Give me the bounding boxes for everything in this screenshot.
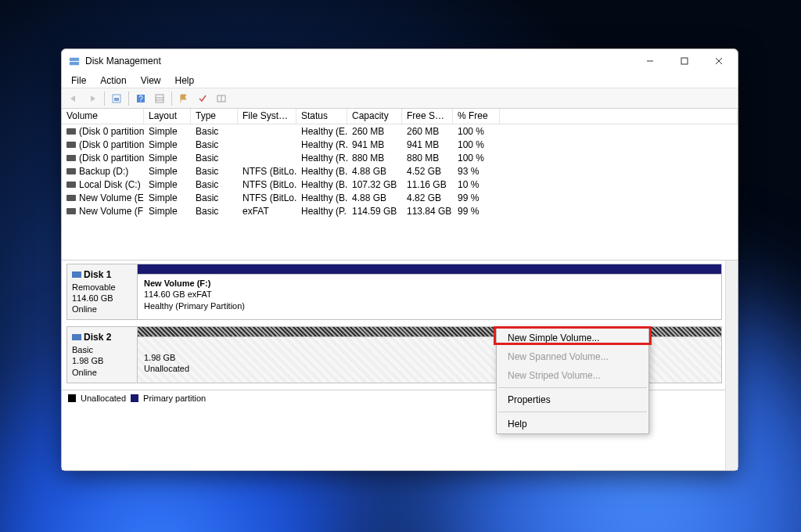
help-icon[interactable]: ?: [132, 91, 149, 106]
cell-filesystem: NTFS (BitLo...: [238, 192, 296, 203]
cell-capacity: 941 MB: [347, 139, 402, 150]
cell-layout: Simple: [144, 166, 191, 177]
cell-free: 113.84 GB: [402, 206, 453, 217]
col-pctfree[interactable]: % Free: [453, 109, 500, 124]
ctx-properties[interactable]: Properties: [497, 390, 648, 409]
cell-layout: Simple: [144, 153, 191, 164]
legend-swatch-primary: [131, 394, 138, 402]
volume-row[interactable]: New Volume (F:)SimpleBasicexFATHealthy (…: [62, 204, 738, 217]
ctx-new-simple-volume[interactable]: New Simple Volume...: [497, 329, 648, 347]
disk-icon: [72, 271, 81, 278]
cell-pctfree: 100 %: [453, 153, 500, 164]
cell-volume: Backup (D:): [62, 166, 144, 177]
menu-view[interactable]: View: [135, 74, 167, 88]
toolbar-separator: [171, 92, 172, 106]
cell-pctfree: 100 %: [453, 139, 500, 150]
volume-row[interactable]: (Disk 0 partition 1)SimpleBasicHealthy (…: [62, 124, 738, 138]
cell-layout: Simple: [144, 192, 191, 203]
col-status[interactable]: Status: [296, 109, 347, 124]
legend-swatch-unallocated: [68, 394, 76, 402]
cell-type: Basic: [191, 153, 238, 164]
cell-free: 941 MB: [402, 139, 453, 150]
disk-icon: [66, 208, 76, 214]
cell-layout: Simple: [144, 126, 191, 137]
ctx-new-striped-volume: New Striped Volume...: [497, 366, 648, 385]
cell-pctfree: 99 %: [453, 206, 500, 217]
cell-free: 11.16 GB: [402, 179, 453, 190]
cell-volume: New Volume (E:): [62, 192, 144, 203]
cell-pctfree: 99 %: [453, 192, 500, 203]
menu-file[interactable]: File: [65, 74, 92, 88]
cell-type: Basic: [191, 179, 238, 190]
cell-filesystem: NTFS (BitLo...: [238, 166, 296, 177]
app-icon: [68, 55, 81, 67]
disk-info[interactable]: Disk 1Removable114.60 GBOnline: [67, 264, 138, 319]
cell-free: 880 MB: [402, 153, 453, 164]
volume-list: Volume Layout Type File System Status Ca…: [62, 109, 738, 261]
volume-row[interactable]: Backup (D:)SimpleBasicNTFS (BitLo...Heal…: [62, 164, 738, 178]
cell-volume: Local Disk (C:): [62, 179, 144, 190]
cell-status: Healthy (B...: [296, 179, 347, 190]
cell-capacity: 114.59 GB: [347, 206, 402, 217]
cell-capacity: 4.88 GB: [347, 192, 402, 203]
volume-row[interactable]: Local Disk (C:)SimpleBasicNTFS (BitLo...…: [62, 178, 738, 191]
flag-icon[interactable]: [175, 91, 192, 106]
cell-type: Basic: [191, 166, 238, 177]
cell-filesystem: NTFS (BitLo...: [238, 179, 296, 190]
ctx-separator: [498, 412, 647, 412]
volume-bar: [138, 264, 721, 274]
cell-capacity: 880 MB: [347, 153, 402, 164]
cell-capacity: 4.88 GB: [347, 166, 402, 177]
menu-action[interactable]: Action: [94, 74, 132, 88]
legend-unallocated: Unallocated: [81, 394, 126, 403]
cell-status: Healthy (R...: [296, 139, 347, 150]
split-icon[interactable]: [213, 91, 230, 106]
cell-type: Basic: [191, 126, 238, 137]
volume-row[interactable]: (Disk 0 partition 4)SimpleBasicHealthy (…: [62, 138, 738, 151]
content-area: Volume Layout Type File System Status Ca…: [62, 109, 738, 470]
ctx-help[interactable]: Help: [497, 415, 648, 433]
disk-row: Disk 1Removable114.60 GBOnlineNew Volume…: [66, 264, 722, 320]
col-free[interactable]: Free Sp...: [402, 109, 453, 124]
nav-forward-button[interactable]: [84, 91, 101, 106]
disk-icon: [66, 182, 76, 188]
minimize-button[interactable]: [633, 49, 667, 73]
cell-capacity: 107.32 GB: [347, 179, 402, 190]
cell-volume: (Disk 0 partition 4): [62, 139, 144, 150]
disk-icon: [66, 168, 76, 174]
close-button[interactable]: [702, 49, 736, 73]
list-icon[interactable]: [151, 91, 168, 106]
legend-primary: Primary partition: [143, 394, 206, 403]
volume-row[interactable]: New Volume (E:)SimpleBasicNTFS (BitLo...…: [62, 191, 738, 204]
cell-free: 4.52 GB: [402, 166, 453, 177]
volume-list-header: Volume Layout Type File System Status Ca…: [62, 109, 738, 124]
window-title: Disk Management: [85, 56, 633, 66]
ctx-new-spanned-volume: New Spanned Volume...: [497, 347, 648, 366]
disk-info[interactable]: Disk 2Basic1.98 GBOnline: [67, 327, 138, 382]
cell-pctfree: 10 %: [453, 179, 500, 190]
col-capacity[interactable]: Capacity: [347, 109, 402, 124]
cell-volume: (Disk 0 partition 8): [62, 153, 144, 164]
svg-rect-7: [114, 98, 119, 101]
disk-icon: [66, 155, 76, 161]
toolbar: ?: [62, 88, 738, 109]
disk-management-window: Disk Management File Action View Help ? …: [61, 49, 738, 471]
volume-row[interactable]: (Disk 0 partition 8)SimpleBasicHealthy (…: [62, 151, 738, 164]
toolbar-separator: [128, 92, 129, 106]
col-type[interactable]: Type: [191, 109, 238, 124]
maximize-button[interactable]: [667, 49, 702, 73]
settings-button[interactable]: [108, 91, 125, 106]
toolbar-separator: [104, 92, 105, 106]
menu-help[interactable]: Help: [169, 74, 201, 88]
col-volume[interactable]: Volume: [62, 109, 144, 124]
disk-icon: [66, 128, 76, 135]
cell-layout: Simple: [144, 206, 191, 217]
cell-type: Basic: [191, 192, 238, 203]
disk-volume-region[interactable]: New Volume (F:)114.60 GB exFATHealthy (P…: [138, 264, 721, 319]
col-spacer: [500, 109, 738, 124]
col-layout[interactable]: Layout: [144, 109, 191, 124]
col-filesystem[interactable]: File System: [238, 109, 296, 124]
nav-back-button[interactable]: [65, 91, 82, 106]
panel-scrollbar[interactable]: [725, 261, 738, 470]
check-icon[interactable]: [194, 91, 211, 106]
